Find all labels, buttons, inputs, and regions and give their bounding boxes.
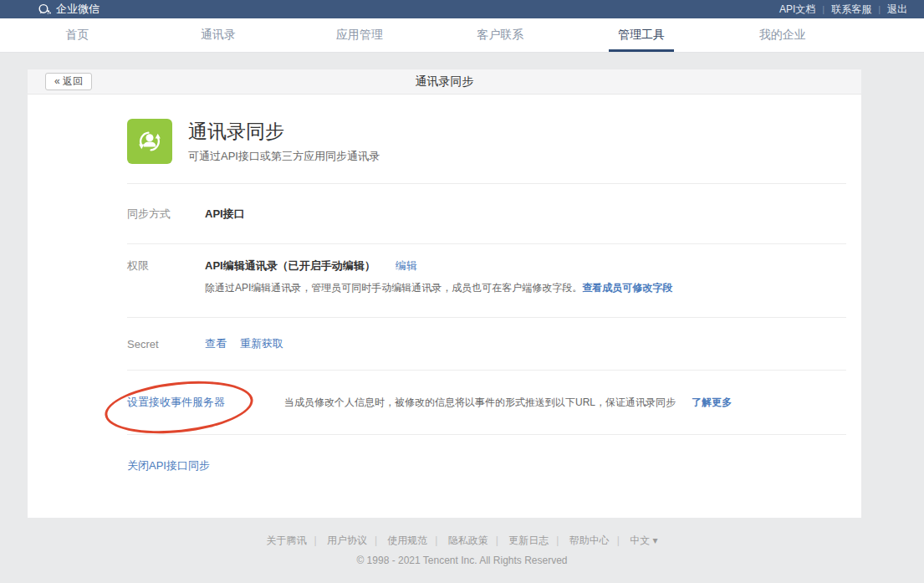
- permission-label: 权限: [127, 258, 205, 274]
- page-content: « 返回 通讯录同步: [0, 53, 924, 518]
- topbar-link-api-docs[interactable]: API文档: [773, 3, 822, 17]
- view-editable-fields-link[interactable]: 查看成员可修改字段: [582, 282, 672, 294]
- footer-link-privacy-policy[interactable]: 隐私政策: [441, 534, 496, 546]
- permission-description: 除通过API编辑通讯录，管理员可同时手动编辑通讯录，成员也可在客户端修改字段。查…: [205, 281, 846, 295]
- sync-method-value: API接口: [205, 207, 245, 222]
- card-header: « 返回 通讯录同步: [28, 69, 861, 95]
- footer-links: 关于腾讯| 用户协议| 使用规范| 隐私政策| 更新日志| 帮助中心| 中文 ▾: [0, 534, 924, 548]
- learn-more-link[interactable]: 了解更多: [692, 396, 732, 408]
- separator: |: [496, 534, 498, 546]
- secret-label: Secret: [127, 338, 205, 350]
- footer: 关于腾讯| 用户协议| 使用规范| 隐私政策| 更新日志| 帮助中心| 中文 ▾…: [0, 534, 924, 566]
- close-api-sync-link[interactable]: 关闭API接口同步: [127, 459, 210, 472]
- footer-link-user-agreement[interactable]: 用户协议: [319, 534, 375, 546]
- brand-logo[interactable]: 企业微信: [38, 2, 100, 17]
- tab-app-management[interactable]: 应用管理: [288, 18, 430, 52]
- footer-link-about-tencent[interactable]: 关于腾讯: [258, 534, 314, 546]
- nav-tabs: 首页 通讯录 应用管理 客户联系 管理工具 我的企业: [7, 18, 853, 52]
- secret-refresh-link[interactable]: 重新获取: [240, 336, 283, 351]
- app-subtitle: 可通过API接口或第三方应用同步通讯录: [188, 149, 380, 164]
- permission-description-text: 除通过API编辑通讯录，管理员可同时手动编辑通讯录，成员也可在客户端修改字段。: [205, 282, 582, 294]
- topbar-link-support[interactable]: 联系客服: [824, 3, 878, 17]
- secret-view-link[interactable]: 查看: [205, 336, 227, 351]
- permission-edit-link[interactable]: 编辑: [396, 258, 417, 274]
- tab-customer-contact[interactable]: 客户联系: [430, 18, 571, 52]
- main-nav: 首页 通讯录 应用管理 客户联系 管理工具 我的企业: [0, 18, 924, 53]
- topbar-link-logout[interactable]: 退出: [881, 3, 914, 17]
- row-secret: Secret 查看 重新获取: [127, 318, 846, 371]
- separator: |: [556, 534, 559, 546]
- back-button[interactable]: « 返回: [45, 73, 92, 90]
- brand-name: 企业微信: [56, 2, 100, 17]
- person-sync-icon: [127, 119, 172, 164]
- event-server-description: 当成员修改个人信息时，被修改的信息将以事件的形式推送到以下URL，保证通讯录同步…: [284, 396, 732, 410]
- separator: |: [314, 534, 316, 546]
- tab-admin-tools[interactable]: 管理工具: [571, 18, 712, 52]
- tab-my-company[interactable]: 我的企业: [712, 18, 853, 52]
- language-selector[interactable]: 中文 ▾: [622, 534, 665, 546]
- row-close-sync: 关闭API接口同步: [127, 435, 846, 518]
- separator: |: [375, 534, 377, 546]
- topbar-links: API文档 | 联系客服 | 退出: [773, 3, 914, 17]
- row-sync-method: 同步方式 API接口: [127, 184, 846, 244]
- permission-value: API编辑通讯录（已开启手动编辑）: [205, 258, 375, 274]
- footer-link-usage-rules[interactable]: 使用规范: [380, 534, 435, 546]
- set-event-server-link[interactable]: 设置接收事件服务器: [127, 395, 284, 410]
- topbar: 企业微信 API文档 | 联系客服 | 退出: [0, 0, 924, 18]
- footer-link-help-center[interactable]: 帮助中心: [562, 534, 617, 546]
- separator: |: [435, 534, 437, 546]
- event-server-description-text: 当成员修改个人信息时，被修改的信息将以事件的形式推送到以下URL，保证通讯录同步: [284, 396, 676, 408]
- row-event-server: 设置接收事件服务器 当成员修改个人信息时，被修改的信息将以事件的形式推送到以下U…: [127, 371, 846, 435]
- separator: |: [617, 534, 620, 546]
- app-header: 通讯录同步 可通过API接口或第三方应用同步通讯录: [127, 95, 846, 184]
- app-text: 通讯录同步 可通过API接口或第三方应用同步通讯录: [188, 119, 380, 183]
- copyright: © 1998 - 2021 Tencent Inc. All Rights Re…: [0, 555, 924, 566]
- page-title: 通讯录同步: [416, 74, 474, 89]
- wechat-work-bubble-icon: [38, 3, 52, 16]
- footer-link-changelog[interactable]: 更新日志: [501, 534, 556, 546]
- tab-home[interactable]: 首页: [7, 18, 148, 52]
- card-body: 通讯录同步 可通过API接口或第三方应用同步通讯录 同步方式 API接口 权限 …: [28, 95, 861, 518]
- contact-sync-card: « 返回 通讯录同步: [28, 69, 861, 518]
- sync-method-label: 同步方式: [127, 207, 205, 222]
- row-permission: 权限 API编辑通讯录（已开启手动编辑） 编辑 除通过API编辑通讯录，管理员可…: [127, 244, 846, 318]
- app-title: 通讯录同步: [188, 120, 380, 143]
- tab-contacts[interactable]: 通讯录: [148, 18, 289, 52]
